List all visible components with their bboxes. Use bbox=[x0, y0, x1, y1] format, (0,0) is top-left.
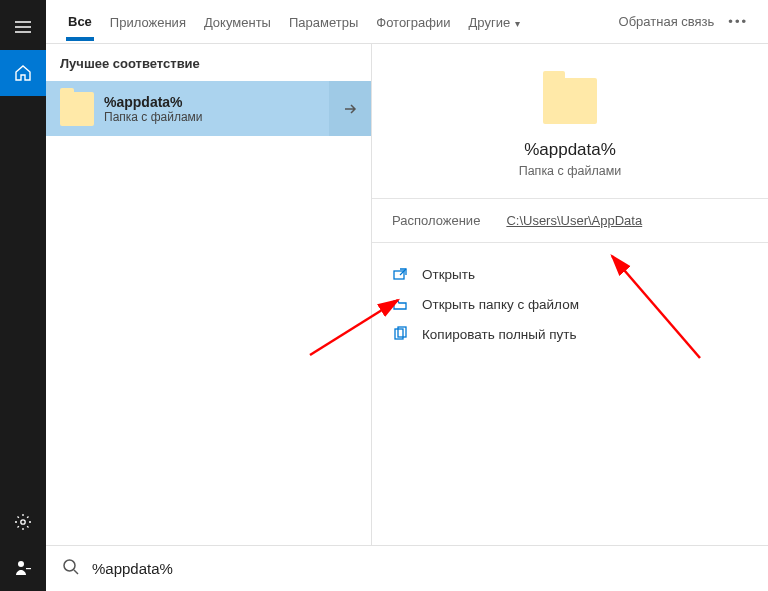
location-path-link[interactable]: C:\Users\User\AppData bbox=[506, 213, 642, 228]
results-pane: Лучшее соответствие %appdata% Папка с фа… bbox=[46, 44, 371, 545]
gear-icon[interactable] bbox=[0, 499, 46, 545]
result-title: %appdata% bbox=[104, 94, 329, 110]
action-copy-path-label: Копировать полный путь bbox=[422, 327, 577, 342]
sidebar bbox=[0, 0, 46, 591]
preview-title: %appdata% bbox=[372, 140, 768, 160]
hamburger-icon[interactable] bbox=[0, 4, 46, 50]
chevron-down-icon: ▾ bbox=[512, 18, 520, 29]
preview-pane: %appdata% Папка с файлами Расположение C… bbox=[371, 44, 768, 545]
home-icon[interactable] bbox=[0, 50, 46, 96]
search-icon bbox=[62, 558, 80, 579]
folder-icon bbox=[543, 78, 597, 124]
person-icon[interactable] bbox=[0, 545, 46, 591]
tab-all[interactable]: Все bbox=[66, 2, 94, 41]
action-open-folder-label: Открыть папку с файлом bbox=[422, 297, 579, 312]
more-icon[interactable]: ••• bbox=[728, 14, 748, 29]
tabs-bar: Все Приложения Документы Параметры Фотог… bbox=[46, 0, 768, 44]
folder-icon bbox=[60, 92, 94, 126]
section-best-match: Лучшее соответствие bbox=[46, 44, 371, 81]
copy-icon bbox=[392, 326, 408, 342]
result-subtitle: Папка с файлами bbox=[104, 110, 329, 124]
action-copy-path[interactable]: Копировать полный путь bbox=[392, 319, 748, 349]
svg-point-0 bbox=[21, 520, 25, 524]
open-icon bbox=[392, 266, 408, 282]
tab-params[interactable]: Параметры bbox=[287, 3, 360, 40]
result-item[interactable]: %appdata% Папка с файлами bbox=[46, 81, 371, 136]
tab-docs[interactable]: Документы bbox=[202, 3, 273, 40]
result-open-button[interactable] bbox=[329, 81, 371, 136]
action-open[interactable]: Открыть bbox=[392, 259, 748, 289]
svg-point-1 bbox=[18, 561, 24, 567]
search-bar[interactable] bbox=[46, 545, 768, 591]
location-label: Расположение bbox=[392, 213, 480, 228]
action-open-label: Открыть bbox=[422, 267, 475, 282]
action-open-folder[interactable]: Открыть папку с файлом bbox=[392, 289, 748, 319]
feedback-link[interactable]: Обратная связь bbox=[619, 14, 715, 29]
preview-subtitle: Папка с файлами bbox=[372, 164, 768, 178]
tab-other[interactable]: Другие ▾ bbox=[467, 3, 522, 40]
tab-apps[interactable]: Приложения bbox=[108, 3, 188, 40]
search-input[interactable] bbox=[92, 560, 752, 577]
folder-open-icon bbox=[392, 296, 408, 312]
svg-point-6 bbox=[64, 560, 75, 571]
tab-photos[interactable]: Фотографии bbox=[374, 3, 452, 40]
svg-rect-2 bbox=[26, 568, 31, 569]
